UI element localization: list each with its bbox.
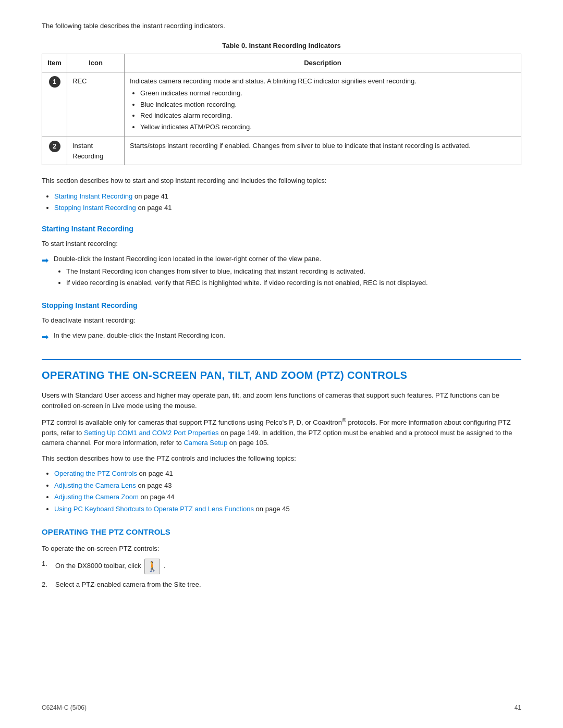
starting-link[interactable]: Starting Instant Recording <box>54 192 132 200</box>
keyboard-shortcuts-page: on page 45 <box>256 505 290 513</box>
camera-zoom-page: on page 44 <box>140 493 174 501</box>
row1-desc: Indicates camera recording mode and stat… <box>125 72 521 137</box>
stopping-arrow-item: ➡ In the view pane, double-click the Ins… <box>42 330 521 343</box>
row2-desc-main: Starts/stops instant recording if enable… <box>130 142 471 150</box>
page-footer: C624M-C (5/06) 41 <box>42 703 521 712</box>
starting-heading: Starting Instant Recording <box>42 224 521 235</box>
bullet-item: Yellow indicates ATM/POS recording. <box>140 122 516 132</box>
bullet-item: Green indicates normal recording. <box>140 88 516 98</box>
list-item: Using PC Keyboard Shortcuts to Operate P… <box>54 504 521 514</box>
item-badge-1: 1 <box>49 76 60 88</box>
ptz-para1: Users with Standard User access and high… <box>42 390 521 411</box>
ptz-major-heading: OPERATING THE ON-SCREEN PAN, TILT, AND Z… <box>42 359 521 383</box>
table-row: 1 REC Indicates camera recording mode an… <box>42 72 521 137</box>
footer-left: C624M-C (5/06) <box>42 703 87 712</box>
ptz-steps-list: On the DX8000 toolbar, click 🚶 . Select … <box>42 559 521 590</box>
stopping-page: on page 41 <box>138 204 172 212</box>
bullet-item: Red indicates alarm recording. <box>140 110 516 121</box>
list-item: Adjusting the Camera Lens on page 43 <box>54 480 521 491</box>
list-item: Stopping Instant Recording on page 41 <box>54 203 521 213</box>
stopping-link[interactable]: Stopping Instant Recording <box>54 204 136 212</box>
row2-desc: Starts/stops instant recording if enable… <box>125 137 521 165</box>
stopping-arrow-content: In the view pane, double-click the Insta… <box>54 330 521 341</box>
camera-zoom-link[interactable]: Adjusting the Camera Zoom <box>54 493 139 501</box>
ptz-step2-text: Select a PTZ-enabled camera from the Sit… <box>55 579 201 590</box>
list-item: Adjusting the Camera Zoom on page 44 <box>54 492 521 502</box>
row2-icon: Instant Recording <box>67 137 125 165</box>
col-header-item: Item <box>42 54 67 72</box>
starting-arrow-main: Double-click the Instant Recording icon … <box>54 255 321 263</box>
row1-desc-main: Indicates camera recording mode and stat… <box>130 77 417 85</box>
ptz-topics-list: Operating the PTZ Controls on page 41 Ad… <box>54 468 521 514</box>
list-item: Starting Instant Recording on page 41 <box>54 191 521 202</box>
registered-mark: ® <box>342 417 346 423</box>
stopping-arrow-main: In the view pane, double-click the Insta… <box>54 331 225 339</box>
ptz-para3: This section describes how to use the PT… <box>42 453 521 464</box>
bullet-item: Blue indicates motion recording. <box>140 100 516 110</box>
camera-lens-page: on page 43 <box>138 482 172 489</box>
ptz-step-1: On the DX8000 toolbar, click 🚶 . <box>42 559 521 574</box>
ptz-controls-para: To operate the on-screen PTZ controls: <box>42 544 521 554</box>
stopping-heading: Stopping Instant Recording <box>42 300 521 311</box>
list-item: Operating the PTZ Controls on page 41 <box>54 468 521 479</box>
row1-icon: REC <box>67 72 125 137</box>
person-icon: 🚶 <box>146 560 158 574</box>
starting-arrow-content: Double-click the Instant Recording icon … <box>54 254 521 290</box>
ptz-step1-text: On the DX8000 toolbar, click 🚶 . <box>55 559 166 574</box>
ptz-controls-link[interactable]: Operating the PTZ Controls <box>54 470 137 477</box>
item-badge-2: 2 <box>49 141 60 152</box>
col-header-desc: Description <box>125 54 521 72</box>
ptz-para2: PTZ control is available only for camera… <box>42 416 521 448</box>
arrow-icon: ➡ <box>42 331 48 343</box>
starting-sub-bullets: The Instant Recording icon changes from … <box>66 266 521 288</box>
keyboard-shortcuts-link[interactable]: Using PC Keyboard Shortcuts to Operate P… <box>54 505 254 513</box>
camera-lens-link[interactable]: Adjusting the Camera Lens <box>54 482 136 489</box>
bullet-item: If video recording is enabled, verify th… <box>66 278 521 288</box>
footer-right: 41 <box>515 703 521 712</box>
row2-item: 2 <box>42 137 67 165</box>
ptz-controls-page: on page 41 <box>139 470 173 477</box>
arrow-icon: ➡ <box>42 254 48 267</box>
ptz-controls-heading: OPERATING THE PTZ CONTROLS <box>42 526 521 538</box>
recording-indicators-table: Item Icon Description 1 REC Indicates ca… <box>42 54 521 165</box>
topics-list: Starting Instant Recording on page 41 St… <box>54 191 521 213</box>
table-row: 2 Instant Recording Starts/stops instant… <box>42 137 521 165</box>
row1-item: 1 <box>42 72 67 137</box>
toolbar-icon-box: 🚶 <box>144 559 160 574</box>
stopping-para: To deactivate instant recording: <box>42 315 521 326</box>
ptz-para2-start: PTZ control is available only for camera… <box>42 418 342 426</box>
intro-paragraph: The following table describes the instan… <box>42 21 521 31</box>
col-header-icon: Icon <box>67 54 125 72</box>
starting-page: on page 41 <box>134 192 168 200</box>
table-caption: Table 0. Instant Recording Indicators <box>42 41 521 51</box>
starting-arrow-item: ➡ Double-click the Instant Recording ico… <box>42 254 521 290</box>
ptz-para2-end: on page 105. <box>227 439 269 447</box>
row1-bullets: Green indicates normal recording. Blue i… <box>140 88 516 132</box>
com-port-link[interactable]: Setting Up COM1 and COM2 Port Properties <box>84 429 219 437</box>
starting-para: To start instant recording: <box>42 239 521 249</box>
bullet-item: The Instant Recording icon changes from … <box>66 266 521 277</box>
ptz-step-2: Select a PTZ-enabled camera from the Sit… <box>42 579 521 590</box>
section-intro-para: This section describes how to start and … <box>42 176 521 186</box>
camera-setup-link[interactable]: Camera Setup <box>183 439 227 447</box>
